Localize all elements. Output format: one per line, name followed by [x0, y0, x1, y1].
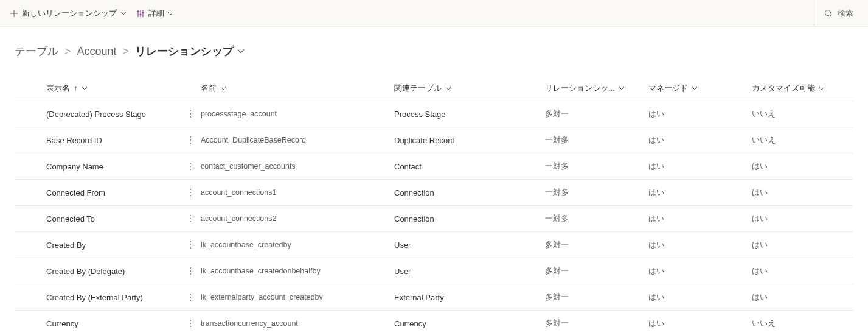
- grid-header-row: 表示名 ↑ 名前 関連テーブル リレーションシッ: [15, 76, 853, 101]
- cell-display-name[interactable]: Created By (External Party): [15, 293, 179, 302]
- breadcrumb-current-label: リレーションシップ: [135, 44, 234, 58]
- chevron-down-icon: [237, 48, 245, 55]
- cell-related-table: Process Stage: [389, 110, 540, 119]
- row-more-button[interactable]: [184, 212, 196, 225]
- svg-point-11: [190, 192, 191, 193]
- cell-name: transactioncurrency_account: [196, 319, 389, 328]
- cell-managed: はい: [644, 319, 747, 329]
- svg-point-19: [190, 267, 191, 269]
- column-header-managed[interactable]: マネージド: [648, 83, 698, 94]
- breadcrumb-current[interactable]: リレーションシップ: [135, 44, 245, 58]
- column-header-customizable[interactable]: カスタマイズ可能: [752, 83, 825, 94]
- row-more-button[interactable]: [184, 160, 196, 173]
- chevron-down-icon: [819, 85, 825, 91]
- cell-related-table: Currency: [389, 319, 540, 328]
- table-row[interactable]: Company Namecontact_customer_accountsCon…: [15, 153, 853, 180]
- svg-point-12: [190, 195, 191, 196]
- chevron-down-icon: [82, 85, 88, 91]
- cell-related-table: Contact: [389, 162, 540, 171]
- table-row[interactable]: Created By (External Party)lk_externalpa…: [15, 284, 853, 311]
- details-button[interactable]: 詳細: [131, 0, 179, 26]
- svg-point-10: [190, 189, 191, 190]
- row-more-button[interactable]: [184, 133, 196, 147]
- svg-point-26: [190, 323, 191, 324]
- cell-managed: はい: [644, 109, 747, 119]
- svg-point-4: [190, 136, 191, 138]
- column-header-display-name-label: 表示名: [46, 83, 70, 94]
- cell-display-name[interactable]: Currency: [15, 319, 179, 328]
- sort-ascending-icon: ↑: [74, 83, 78, 93]
- cell-customizable: いいえ: [747, 319, 844, 329]
- svg-point-1: [190, 110, 191, 111]
- new-relationship-button[interactable]: 新しいリレーションシップ: [5, 0, 131, 26]
- cell-relationship-type: 一対多: [540, 161, 644, 172]
- breadcrumb-item-tables[interactable]: テーブル: [15, 44, 58, 58]
- cell-managed: はい: [644, 266, 747, 277]
- cell-managed: はい: [644, 161, 747, 172]
- cell-relationship-type: 一対多: [540, 188, 644, 198]
- table-row[interactable]: Currencytransactioncurrency_accountCurre…: [15, 311, 853, 335]
- svg-point-2: [190, 113, 191, 115]
- chevron-down-icon: [120, 10, 127, 16]
- cell-customizable: はい: [747, 214, 844, 224]
- column-header-display-name[interactable]: 表示名 ↑: [46, 83, 88, 94]
- column-header-related-table[interactable]: 関連テーブル: [394, 83, 451, 94]
- column-header-managed-label: マネージド: [648, 83, 688, 94]
- svg-point-21: [190, 273, 191, 275]
- table-row[interactable]: Base Record IDAccount_DuplicateBaseRecor…: [15, 127, 853, 153]
- svg-point-6: [190, 143, 191, 144]
- cell-related-table: User: [389, 241, 540, 250]
- cell-customizable: はい: [747, 161, 844, 172]
- row-more-button[interactable]: [184, 291, 196, 304]
- svg-point-22: [190, 294, 191, 295]
- chevron-down-icon: [619, 85, 625, 91]
- svg-point-20: [190, 270, 191, 272]
- row-more-button[interactable]: [184, 238, 196, 252]
- table-row[interactable]: Created Bylk_accountbase_createdbyUser多対…: [15, 232, 853, 258]
- table-row[interactable]: (Deprecated) Process Stageprocessstage_a…: [15, 101, 853, 127]
- cell-display-name[interactable]: Created By (Delegate): [15, 267, 179, 276]
- cell-customizable: はい: [747, 292, 844, 303]
- cell-managed: はい: [644, 135, 747, 146]
- column-header-name[interactable]: 名前: [201, 83, 226, 94]
- search-button[interactable]: 検索: [814, 0, 863, 26]
- cell-display-name[interactable]: Connected To: [15, 214, 179, 224]
- cell-display-name[interactable]: Base Record ID: [15, 136, 179, 145]
- table-row[interactable]: Connected Toaccount_connections2Connecti…: [15, 206, 853, 232]
- table-row[interactable]: Created By (Delegate)lk_accountbase_crea…: [15, 258, 853, 284]
- chevron-down-icon: [692, 85, 698, 91]
- cell-relationship-type: 多対一: [540, 266, 644, 277]
- cell-display-name[interactable]: Company Name: [15, 162, 179, 171]
- row-more-button[interactable]: [184, 264, 196, 278]
- svg-point-5: [190, 139, 191, 141]
- cell-display-name[interactable]: Connected From: [15, 188, 179, 197]
- cell-display-name[interactable]: Created By: [15, 241, 179, 250]
- more-vertical-icon: [187, 241, 194, 249]
- cell-relationship-type: 一対多: [540, 135, 644, 146]
- svg-point-0: [825, 10, 831, 15]
- cell-name: account_connections2: [196, 214, 389, 223]
- column-header-relationship-type[interactable]: リレーションシッ...: [545, 83, 625, 94]
- chevron-down-icon: [445, 85, 451, 91]
- column-header-related-table-label: 関連テーブル: [394, 83, 442, 94]
- row-more-button[interactable]: [184, 317, 196, 330]
- svg-point-23: [190, 297, 191, 298]
- breadcrumb-separator: >: [123, 45, 130, 58]
- cell-related-table: Connection: [389, 214, 540, 224]
- cell-customizable: いいえ: [747, 135, 844, 146]
- table-row[interactable]: Connected Fromaccount_connections1Connec…: [15, 180, 853, 206]
- cell-related-table: External Party: [389, 293, 540, 302]
- breadcrumb-item-account[interactable]: Account: [77, 45, 117, 58]
- cell-customizable: はい: [747, 240, 844, 250]
- svg-point-14: [190, 218, 191, 219]
- cell-name: lk_accountbase_createdby: [196, 241, 389, 249]
- svg-point-24: [190, 300, 191, 301]
- svg-point-16: [190, 241, 191, 242]
- cell-customizable: いいえ: [747, 109, 844, 119]
- svg-point-18: [190, 247, 191, 249]
- svg-point-13: [190, 215, 191, 216]
- row-more-button[interactable]: [184, 107, 196, 121]
- cell-display-name[interactable]: (Deprecated) Process Stage: [15, 110, 179, 119]
- more-vertical-icon: [187, 214, 194, 223]
- row-more-button[interactable]: [184, 186, 196, 199]
